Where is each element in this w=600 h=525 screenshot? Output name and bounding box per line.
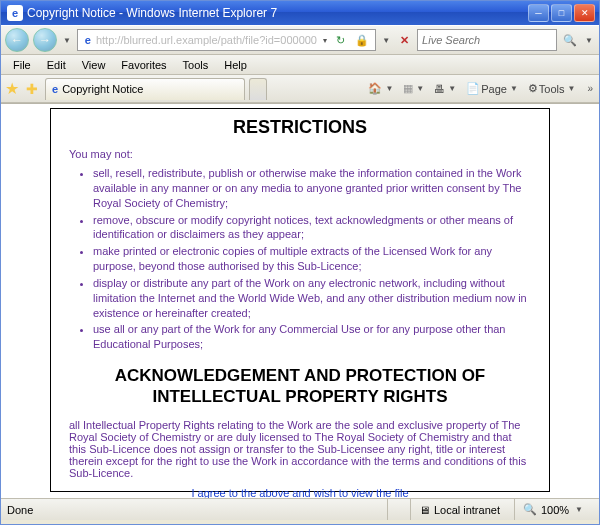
nav-toolbar: ← → ▼ e http://blurred.url.example/path/…: [1, 25, 599, 55]
content-viewport: RESTRICTIONS You may not: sell, resell, …: [1, 103, 599, 498]
zone-label: Local intranet: [434, 504, 500, 516]
home-button[interactable]: 🏠▼: [368, 82, 395, 95]
list-item: make printed or electronic copies of mul…: [93, 244, 531, 274]
list-item: remove, obscure or modify copyright noti…: [93, 213, 531, 243]
document-body: RESTRICTIONS You may not: sell, resell, …: [50, 108, 550, 492]
heading-restrictions: RESTRICTIONS: [69, 117, 531, 138]
search-dropdown[interactable]: ▼: [583, 36, 595, 45]
toolbar-chevron[interactable]: »: [585, 83, 595, 94]
tools-menu[interactable]: ⚙ Tools▼: [528, 82, 578, 95]
close-button[interactable]: ✕: [574, 4, 595, 22]
menu-tools[interactable]: Tools: [175, 57, 217, 73]
window-title: Copyright Notice - Windows Internet Expl…: [27, 6, 528, 20]
go-refresh-button[interactable]: ↻: [329, 29, 351, 51]
search-button[interactable]: 🔍: [561, 31, 579, 49]
refresh-dropdown[interactable]: ▼: [380, 36, 392, 45]
list-item: sell, resell, redistribute, publish or o…: [93, 166, 531, 211]
status-text: Done: [7, 504, 33, 516]
security-zone[interactable]: 🖥 Local intranet: [410, 499, 508, 520]
address-bar[interactable]: e http://blurred.url.example/path/file?i…: [77, 29, 376, 51]
statusbar: Done 🖥 Local intranet 🔍 100% ▼: [1, 498, 599, 520]
feeds-button[interactable]: ▦▼: [403, 82, 426, 95]
restrictions-list: sell, resell, redistribute, publish or o…: [93, 166, 531, 352]
menu-favorites[interactable]: Favorites: [113, 57, 174, 73]
page-menu[interactable]: 📄 Page▼: [466, 82, 520, 95]
page-icon: e: [80, 32, 96, 48]
nav-history-dropdown[interactable]: ▼: [61, 36, 73, 45]
forward-button[interactable]: →: [33, 28, 57, 52]
intro-text: You may not:: [69, 148, 531, 160]
menu-view[interactable]: View: [74, 57, 114, 73]
menu-help[interactable]: Help: [216, 57, 255, 73]
new-tab-button[interactable]: [249, 78, 267, 100]
add-favorite-icon[interactable]: ✚: [23, 80, 41, 98]
stop-button[interactable]: ✕: [396, 34, 413, 47]
status-pane-empty: [387, 499, 404, 520]
tab-toolbar: ★ ✚ e Copyright Notice 🏠▼ ▦▼ 🖶▼ 📄 Page▼ …: [1, 75, 599, 103]
maximize-button[interactable]: □: [551, 4, 572, 22]
address-url: http://blurred.url.example/path/file?id=…: [96, 34, 321, 46]
zone-icon: 🖥: [419, 504, 430, 516]
zoom-dropdown[interactable]: ▼: [573, 505, 585, 514]
search-input[interactable]: [422, 34, 552, 46]
menubar: File Edit View Favorites Tools Help: [1, 55, 599, 75]
favorites-star-icon[interactable]: ★: [5, 79, 19, 98]
ie-icon: e: [7, 5, 23, 21]
acknowledgement-text: all Intellectual Property Rights relatin…: [69, 419, 531, 479]
zoom-value: 100%: [541, 504, 569, 516]
back-button[interactable]: ←: [5, 28, 29, 52]
menu-file[interactable]: File: [5, 57, 39, 73]
menu-edit[interactable]: Edit: [39, 57, 74, 73]
lock-icon: 🔒: [351, 29, 373, 51]
address-dropdown[interactable]: ▾: [321, 36, 329, 45]
tab-page-icon: e: [52, 83, 58, 95]
search-box[interactable]: [417, 29, 557, 51]
tab-title: Copyright Notice: [62, 83, 143, 95]
list-item: display or distribute any part of the Wo…: [93, 276, 531, 321]
zoom-icon: 🔍: [523, 503, 537, 516]
print-button[interactable]: 🖶▼: [434, 83, 458, 95]
titlebar: e Copyright Notice - Windows Internet Ex…: [1, 1, 599, 25]
agree-link[interactable]: I agree to the above and wish to view th…: [69, 487, 531, 498]
list-item: use all or any part of the Work for any …: [93, 322, 531, 352]
heading-acknowledgement: ACKNOWLEDGEMENT AND PROTECTION OF INTELL…: [69, 366, 531, 407]
tab-active[interactable]: e Copyright Notice: [45, 78, 245, 100]
zoom-control[interactable]: 🔍 100% ▼: [514, 499, 593, 520]
minimize-button[interactable]: ─: [528, 4, 549, 22]
